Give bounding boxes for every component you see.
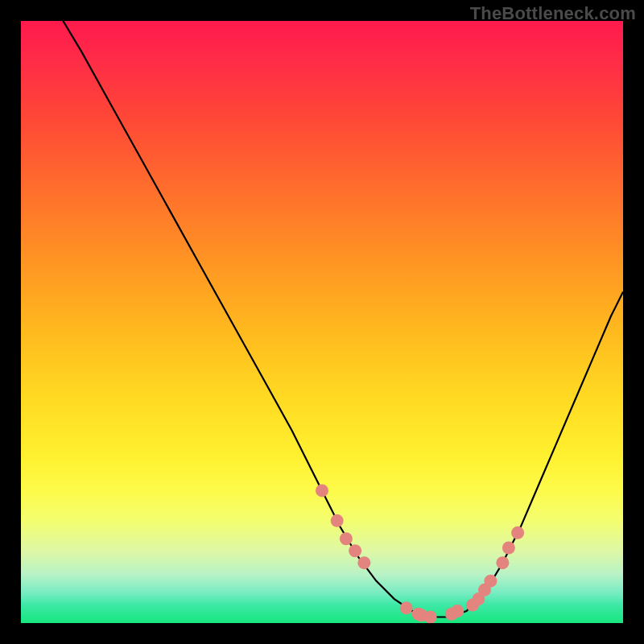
chart-dot — [484, 575, 497, 588]
bottleneck-curve-line — [63, 21, 623, 617]
chart-dot — [357, 556, 370, 569]
chart-dot — [340, 532, 353, 545]
chart-dot — [331, 514, 344, 527]
chart-dot — [424, 611, 437, 623]
chart-dot — [349, 544, 361, 557]
chart-svg — [21, 21, 623, 623]
chart-dot — [496, 556, 509, 569]
chart-dots-group — [316, 484, 524, 623]
chart-plot-area — [21, 21, 623, 623]
chart-dot — [400, 601, 413, 614]
chart-dot — [316, 484, 328, 497]
chart-dot — [451, 605, 464, 617]
chart-dot — [502, 542, 515, 555]
chart-dot — [511, 526, 524, 539]
